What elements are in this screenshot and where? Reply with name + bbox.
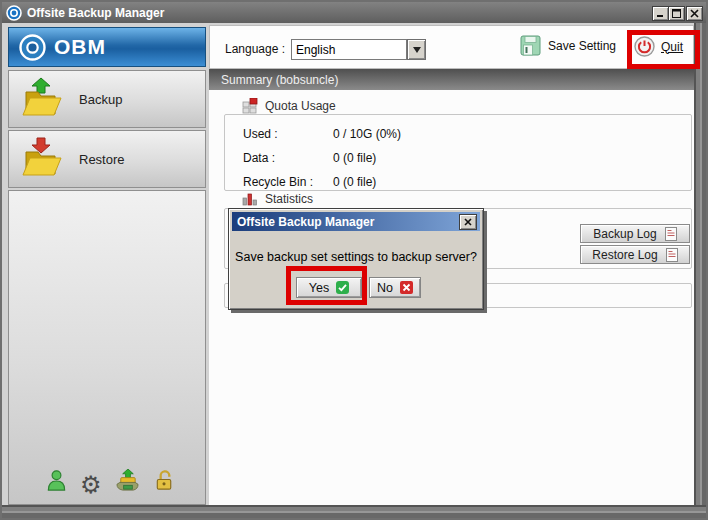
dialog-title-bar: Offsite Backup Manager [232,212,480,231]
quota-usage-legend: Quota Usage [237,98,341,114]
window-frame-right [694,23,706,518]
no-button-label: No [377,281,393,295]
close-button[interactable] [686,6,703,21]
minimize-button[interactable] [652,6,669,21]
chevron-down-icon [413,47,421,53]
main-toolbar: Language : English Save Setting [209,25,694,69]
quota-usage-fieldset: Used : 0 / 10G (0%) Data : 0 (0 file) Re… [224,114,692,191]
quota-grid-icon [242,98,258,114]
quota-row-value: 0 / 10G (0%) [333,127,401,141]
language-label: Language : [225,42,285,56]
sidebar-item-restore[interactable]: Restore [8,130,206,188]
check-icon [336,281,349,294]
backup-log-button[interactable]: Backup Log [580,224,690,243]
language-dropdown-arrow[interactable] [407,39,426,60]
quota-row-label: Used : [243,127,278,141]
dialog-title: Offsite Backup Manager [237,215,374,229]
app-logo-icon [6,5,22,21]
restore-log-button[interactable]: Restore Log [580,245,690,264]
quota-usage-legend-text: Quota Usage [265,99,336,113]
sidebar-logo-panel[interactable]: OBM [8,27,206,67]
statistics-legend: Statistics [237,192,318,206]
power-quit-icon [634,36,655,57]
backup-now-icon[interactable] [115,469,140,496]
app-window: Offsite Backup Manager OBM Backup [0,0,708,520]
quota-row-label: Recycle Bin : [243,175,313,189]
save-setting-button[interactable]: Save Setting [520,35,616,56]
statistics-bars-icon [242,192,258,206]
sidebar-item-label: Backup [79,92,122,107]
settings-gear-icon[interactable]: ⚙ [80,473,102,496]
quit-label: Quit [661,40,683,54]
sidebar-item-label: Restore [79,152,125,167]
yes-button[interactable]: Yes [296,277,362,298]
save-floppy-icon [520,35,541,56]
log-document-icon [666,248,678,262]
profile-user-icon[interactable] [45,469,68,496]
dialog-message: Save backup set settings to backup serve… [229,250,483,264]
summary-header-text: Summary (bobsuncle) [221,73,338,87]
quota-row-value: 0 (0 file) [333,151,376,165]
title-bar: Offsite Backup Manager [2,2,706,23]
language-select[interactable]: English [291,39,407,60]
maximize-button[interactable] [668,6,685,21]
log-document-icon [665,227,677,241]
yes-button-label: Yes [309,281,329,295]
backup-folder-icon [19,77,65,121]
quota-row-value: 0 (0 file) [333,175,376,189]
sidebar-tools-panel: ⚙ [8,190,206,505]
sidebar-item-backup[interactable]: Backup [8,70,206,128]
obm-logo-icon [19,34,46,61]
statistics-legend-text: Statistics [265,192,313,206]
quota-row-label: Data : [243,151,275,165]
window-frame-bottom [2,505,706,518]
restore-log-label: Restore Log [592,248,657,262]
save-setting-label: Save Setting [548,39,616,53]
close-icon [464,218,472,226]
dialog-close-button[interactable] [459,214,477,230]
confirm-dialog: Offsite Backup Manager Save backup set s… [228,208,484,310]
backup-log-label: Backup Log [593,227,656,241]
x-icon [400,281,413,294]
lock-icon[interactable] [153,469,176,496]
quit-button[interactable]: Quit [634,36,683,57]
no-button[interactable]: No [369,277,421,298]
obm-logo-text: OBM [54,35,106,59]
summary-header: Summary (bobsuncle) [209,69,694,90]
restore-folder-icon [19,137,65,181]
window-title: Offsite Backup Manager [27,6,164,20]
